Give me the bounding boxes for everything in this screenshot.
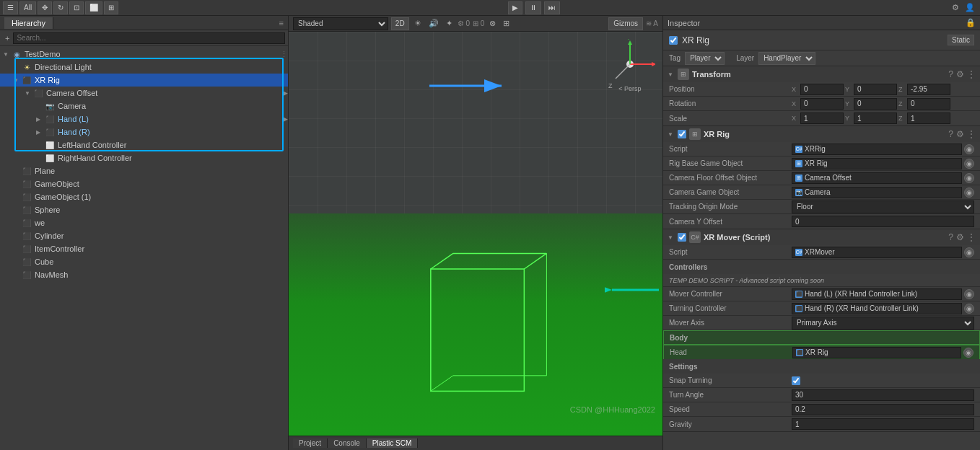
- head-circle[interactable]: ◉: [963, 348, 974, 358]
- turning-controller-circle[interactable]: ◉: [964, 304, 974, 314]
- turning-controller-ref[interactable]: ⬛ Hand (R) (XR Hand Controller Link): [792, 303, 962, 314]
- object-active-checkbox[interactable]: [669, 36, 678, 45]
- camera-game-circle[interactable]: ◉: [964, 188, 974, 198]
- turn-angle-input[interactable]: [792, 389, 974, 401]
- tree-item-righthand[interactable]: ⬜ RightHand Controller: [0, 151, 288, 164]
- rig-base-ref[interactable]: ⊞ XR Rig: [792, 158, 962, 169]
- tree-item-item-controller[interactable]: ⬛ ItemController: [0, 242, 288, 255]
- rig-base-circle[interactable]: ◉: [964, 159, 974, 169]
- camera-y-input[interactable]: [792, 216, 974, 227]
- hierarchy-search-input[interactable]: [13, 32, 285, 44]
- xr-script-ref[interactable]: C# XRRig: [792, 144, 962, 155]
- rot-y-input[interactable]: [854, 98, 897, 110]
- xr-mover-checkbox[interactable]: [678, 233, 686, 242]
- account-icon[interactable]: 👤: [963, 1, 977, 14]
- pos-y-input[interactable]: [854, 84, 897, 95]
- add-hierarchy-btn[interactable]: +: [3, 32, 12, 45]
- xr-mover-menu-btn[interactable]: ⋮: [967, 232, 976, 242]
- hierarchy-tab[interactable]: Hierarchy: [4, 17, 53, 29]
- play-button[interactable]: ▶: [508, 1, 522, 14]
- tree-item-sphere[interactable]: ⬛ Sphere: [0, 203, 288, 216]
- rot-z-input[interactable]: [907, 98, 950, 110]
- transform-settings-btn[interactable]: ⚙: [956, 69, 964, 79]
- pos-z-input[interactable]: [907, 84, 950, 95]
- move-tool[interactable]: ✥: [38, 1, 52, 14]
- lighting-icon[interactable]: ☀: [412, 17, 424, 30]
- tree-item-we[interactable]: ⬛ we: [0, 216, 288, 229]
- layer-dropdown[interactable]: HandPlayer: [758, 52, 815, 65]
- pos-x-input[interactable]: [800, 84, 844, 95]
- tree-item-cube[interactable]: ⬛ Cube: [0, 255, 288, 268]
- rect-tool[interactable]: ⬜: [85, 1, 102, 14]
- scene-view[interactable]: Shaded 2D ☀ 🔊 ✦ ⚙ 0 ⊞ 0 ⊗ ⊞ Gizmos ≋ A: [289, 16, 662, 450]
- tree-item-cylinder[interactable]: ⬛ Cylinder: [0, 229, 288, 242]
- gravity-input[interactable]: [792, 418, 974, 430]
- camera-game-ref[interactable]: 📷 Camera: [792, 187, 962, 198]
- audio-icon[interactable]: 🔊: [426, 17, 441, 30]
- transform-help-btn[interactable]: ?: [948, 69, 953, 79]
- unity-menu-button[interactable]: ☰: [3, 1, 18, 14]
- scale-x-input[interactable]: [800, 112, 844, 124]
- xr-rig-checkbox[interactable]: [678, 130, 686, 138]
- tree-item-hand-l[interactable]: ▶ ⬛ Hand (L) ▶: [0, 112, 288, 125]
- pause-button[interactable]: ⏸: [525, 1, 541, 14]
- tree-item-camera[interactable]: 📷 Camera: [0, 100, 288, 112]
- hierarchy-toolbar: +: [0, 30, 288, 46]
- rotate-tool[interactable]: ↻: [53, 1, 68, 14]
- xr-rig-menu-btn[interactable]: ⋮: [967, 129, 976, 139]
- tree-item-directional-light[interactable]: ☀ Directional Light: [0, 61, 288, 74]
- tracking-origin-dropdown[interactable]: Floor: [792, 200, 974, 213]
- tree-item-xr-rig[interactable]: ▼ ⬛ XR Rig: [0, 74, 288, 87]
- mute-icon[interactable]: ⊗: [487, 17, 498, 30]
- step-button[interactable]: ⏭: [544, 1, 560, 14]
- mover-controller-circle[interactable]: ◉: [964, 289, 974, 299]
- xr-rig-header[interactable]: ▼ ⊞ XR Rig ? ⚙ ⋮: [663, 126, 980, 142]
- xr-rig-help-btn[interactable]: ?: [948, 129, 953, 139]
- mover-controller-ref[interactable]: ⬛ Hand (L) (XR Hand Controller Link): [792, 288, 962, 300]
- camera-floor-ref[interactable]: ⊞ Camera Offset: [792, 172, 962, 184]
- tag-dropdown[interactable]: Player: [685, 52, 725, 65]
- console-tab[interactable]: Console: [328, 438, 367, 448]
- camera-floor-circle[interactable]: ◉: [964, 173, 974, 183]
- tree-item-navmesh[interactable]: ⬛ NavMesh: [0, 268, 288, 281]
- snap-turning-row: Snap Turning: [663, 374, 980, 388]
- xr-mover-header[interactable]: ▼ C# XR Mover (Script) ? ⚙ ⋮: [663, 229, 980, 245]
- all-button[interactable]: All: [19, 1, 36, 14]
- transform-tool[interactable]: ⊞: [104, 1, 118, 14]
- xr-mover-script-circle[interactable]: ◉: [964, 247, 974, 257]
- xr-mover-script-ref[interactable]: C# XRMover: [792, 247, 962, 258]
- fx-icon[interactable]: ✦: [444, 17, 455, 30]
- xr-rig-settings-btn[interactable]: ⚙: [956, 129, 964, 139]
- root-menu[interactable]: ⋮: [280, 50, 288, 59]
- gizmos-btn[interactable]: Gizmos: [608, 17, 643, 30]
- plastic-scm-tab[interactable]: Plastic SCM: [367, 438, 418, 448]
- xr-mover-settings-btn[interactable]: ⚙: [956, 232, 964, 242]
- head-ref[interactable]: ⬛ XR Rig: [792, 347, 961, 358]
- hierarchy-menu-icon[interactable]: ≡: [279, 19, 284, 27]
- tree-root[interactable]: ▼ ◉ TestDemo ⋮: [0, 48, 288, 61]
- rot-x-input[interactable]: [800, 98, 844, 110]
- transform-header[interactable]: ▼ ⊞ Transform ? ⚙ ⋮: [663, 66, 980, 82]
- tree-item-gameobject-1[interactable]: ⬛ GameObject (1): [0, 190, 288, 203]
- snap-turning-checkbox[interactable]: [792, 376, 800, 385]
- tree-item-gameobject[interactable]: ⬛ GameObject: [0, 177, 288, 190]
- scale-tool[interactable]: ⊡: [69, 1, 84, 14]
- search-icon[interactable]: ⚙: [950, 1, 961, 14]
- tree-item-camera-offset[interactable]: ▼ ⬛ Camera Offset ▶: [0, 87, 288, 100]
- transform-menu-btn[interactable]: ⋮: [967, 69, 976, 79]
- shaded-dropdown[interactable]: Shaded: [293, 17, 388, 30]
- inspector-lock-icon[interactable]: 🔒: [966, 18, 976, 27]
- speed-input[interactable]: [792, 404, 974, 415]
- scale-y-input[interactable]: [854, 112, 897, 124]
- tree-item-plane[interactable]: ⬛ Plane: [0, 164, 288, 177]
- grid-icon[interactable]: ⊞: [501, 17, 512, 30]
- tree-item-hand-r[interactable]: ▶ ⬛ Hand (R): [0, 125, 288, 138]
- static-dropdown[interactable]: Static: [948, 35, 974, 45]
- 2d-btn[interactable]: 2D: [391, 17, 409, 30]
- project-tab[interactable]: Project: [293, 438, 328, 448]
- xr-mover-help-btn[interactable]: ?: [948, 232, 953, 242]
- scale-z-input[interactable]: [907, 112, 950, 124]
- tree-item-lefthand[interactable]: ⬜ LeftHand Controller: [0, 138, 288, 151]
- xr-script-circle[interactable]: ◉: [964, 144, 974, 154]
- mover-axis-dropdown[interactable]: Primary Axis: [792, 317, 974, 330]
